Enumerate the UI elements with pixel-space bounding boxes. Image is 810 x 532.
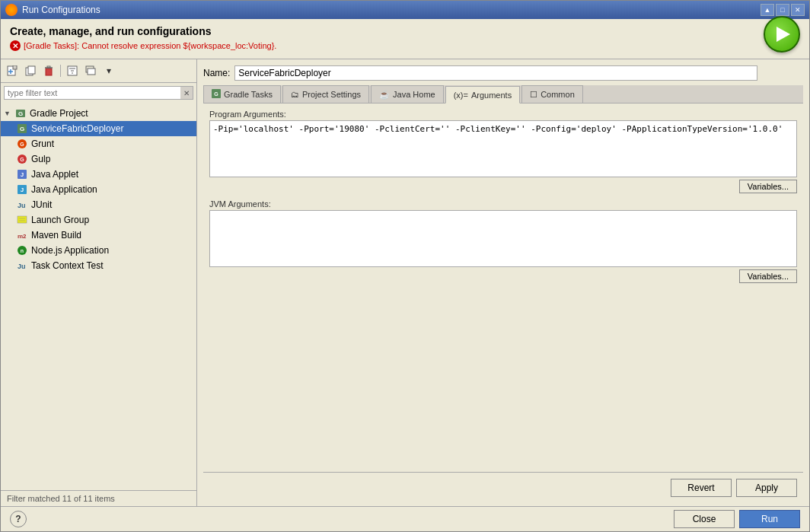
page-title: Create, manage, and run configurations [10,25,800,37]
svg-rect-28 [18,216,27,223]
duplicate-config-button[interactable] [22,62,39,79]
list-item[interactable]: Ju Task Context Test [1,258,196,273]
new-config-button[interactable] [4,62,21,79]
tree-root-label: Gradle Project [30,108,88,119]
maximize-button[interactable]: □ [776,4,789,16]
jvm-args-textarea[interactable] [209,210,797,267]
svg-text:G: G [214,91,218,97]
program-args-section: Program Arguments: Variables... [209,110,797,193]
list-item[interactable]: m2 Maven Build [1,228,196,243]
list-item-label: Launch Group [31,215,89,225]
list-item[interactable]: Launch Group [1,212,196,228]
list-item[interactable]: G ServiceFabricDeployer [1,121,196,136]
svg-rect-8 [47,66,50,68]
run-button[interactable] [764,16,800,53]
window-title: Run Configurations [22,5,100,15]
svg-text:G: G [20,157,24,162]
junit-icon: Ju [16,199,28,211]
task-context-icon: Ju [16,260,28,272]
list-item[interactable]: G Grunt [1,136,196,151]
help-button[interactable]: ? [10,511,27,527]
tab-label: Arguments [471,91,512,100]
maven-icon: m2 [16,229,28,241]
java-applet-icon: J [16,168,28,180]
list-item[interactable]: Ju JUnit [1,197,196,212]
footer-row: ? Close Run [1,506,809,531]
list-item-label: Grunt [31,139,54,149]
tab-gradle-tasks[interactable]: G Gradle Tasks [203,85,281,103]
run-config-button[interactable]: Run [739,510,800,528]
right-panel: Name: G Gradle Tasks 🗂 Project Set [197,59,809,506]
name-input[interactable] [234,65,757,81]
gradle-task-icon: G [16,123,28,135]
tab-label: Common [541,90,575,99]
tab-label: Project Settings [302,90,361,99]
bottom-buttons: Revert Apply [203,472,803,500]
close-window-button[interactable]: ✕ [791,4,805,16]
delete-config-button[interactable] [40,62,57,79]
name-row: Name: [203,65,803,81]
list-item-label: Java Application [31,184,97,195]
svg-text:m2: m2 [18,233,27,240]
error-line: ✕ [Gradle Tasks]: Cannot resolve express… [10,40,800,51]
svg-rect-6 [46,68,52,75]
footer-action-buttons: Close Run [674,510,800,528]
search-clear-button[interactable]: ✕ [180,87,193,99]
header-section: Create, manage, and run configurations ✕… [1,19,809,54]
new-icon [7,65,18,76]
list-item[interactable]: n Node.js Application [1,243,196,258]
list-item[interactable]: G Gulp [1,151,196,167]
tab-common[interactable]: ☐ Common [521,85,583,103]
title-bar: Run Configurations ▲ □ ✕ [1,1,809,19]
list-item-label: Node.js Application [31,245,109,256]
apply-button[interactable]: Apply [736,479,797,497]
list-item-label: Task Context Test [31,260,104,271]
error-text: [Gradle Tasks]: Cannot resolve expressio… [24,41,276,50]
java-app-icon: J [16,183,28,196]
collapse-all-button[interactable] [82,62,99,79]
java-tab-icon: ☕ [379,90,390,100]
toolbar-separator [60,65,61,77]
delete-icon [43,65,54,76]
revert-button[interactable]: Revert [671,479,732,497]
list-item[interactable]: J Java Application [1,182,196,197]
tab-label: Java Home [393,90,435,99]
svg-rect-1 [13,65,17,69]
project-tab-icon: 🗂 [291,90,299,99]
search-input[interactable] [5,87,180,99]
list-item-label: Gulp [31,154,50,164]
grunt-icon: G [16,138,28,150]
minimize-button[interactable]: ▲ [761,4,774,16]
svg-text:G: G [18,110,23,117]
list-item[interactable]: J Java Applet [1,167,196,182]
common-tab-icon: ☐ [530,90,537,100]
jvm-args-label: JVM Arguments: [209,199,797,209]
program-args-label: Program Arguments: [209,110,797,119]
left-toolbar: ▾ [1,59,196,83]
gulp-icon: G [16,153,28,165]
tab-label: Gradle Tasks [224,90,273,99]
jvm-args-variables-button[interactable]: Variables... [739,269,797,283]
left-panel: ▾ ✕ ▼ G Gradle Project [1,59,197,506]
run-icon [777,27,790,42]
svg-rect-14 [88,68,95,75]
tab-project-settings[interactable]: 🗂 Project Settings [282,85,369,103]
tab-java-home[interactable]: ☕ Java Home [371,85,444,103]
window-controls[interactable]: ▲ □ ✕ [761,4,805,16]
arguments-tab-content: Program Arguments: Variables... JVM Argu… [203,104,803,472]
error-icon: ✕ [10,40,21,51]
program-args-textarea[interactable] [209,120,797,177]
duplicate-icon [25,65,36,76]
launch-group-icon [16,214,28,226]
tree-root-item[interactable]: ▼ G Gradle Project [1,106,196,121]
nodejs-icon: n [16,244,28,256]
tree-area: ▼ G Gradle Project G [1,103,196,490]
close-button[interactable]: Close [674,510,735,528]
program-args-variables-button[interactable]: Variables... [739,180,797,193]
collapse-icon [85,65,96,76]
jvm-args-section: JVM Arguments: Variables... [209,199,797,283]
menu-button[interactable]: ▾ [100,62,117,79]
filter-status: Filter matched 11 of 11 items [1,490,196,506]
filter-button[interactable] [64,62,81,79]
tab-arguments[interactable]: (x)= Arguments [445,86,520,104]
